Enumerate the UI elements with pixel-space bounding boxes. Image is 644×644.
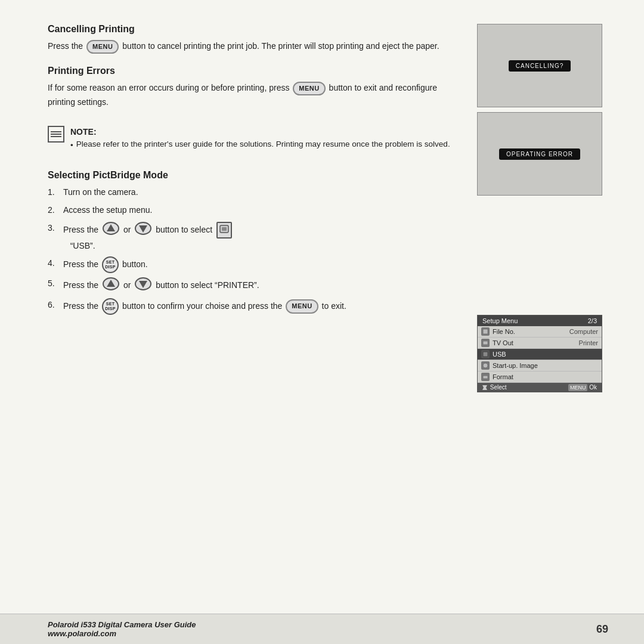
page-footer: Polaroid i533 Digital Camera User Guide … [0, 614, 644, 644]
cancelling-section: Cancelling Printing Press the MENU butto… [48, 24, 459, 54]
svg-rect-12 [483, 352, 488, 357]
bullet-dot: • [70, 140, 73, 152]
step5-or: or [123, 280, 133, 289]
footer-ok: MENU Ok [568, 384, 597, 391]
selecting-section: Selecting PictBridge Mode 1. Turn on the… [48, 170, 459, 315]
step-1-num: 1. [48, 185, 60, 200]
left-column: Cancelling Printing Press the MENU butto… [48, 24, 459, 392]
tvout-value: Printer [579, 339, 598, 346]
note-label: NOTE: [70, 126, 450, 139]
note-bullet: • Please refer to the printer's user gui… [70, 138, 450, 152]
svg-rect-10 [483, 329, 488, 334]
step-2-body: Access the setup menu. [63, 203, 459, 216]
printing-errors-title: Printing Errors [48, 66, 459, 76]
setup-menu-row-format: Format [478, 371, 602, 383]
note-text: Please refer to the printer's user guide… [76, 138, 450, 151]
format-icon [481, 373, 490, 381]
setup-menu-page: 2/3 [588, 317, 597, 324]
note-icon [48, 126, 64, 143]
step-5-num: 5. [48, 277, 60, 291]
setup-menu-row-usb: USB [478, 349, 602, 360]
up-arrow-button [102, 221, 120, 239]
step-2-num: 2. [48, 203, 60, 218]
svg-rect-11 [483, 341, 488, 345]
page-number: 69 [596, 623, 608, 636]
cancelling-screen: CANCELLING? [477, 24, 602, 107]
step-4-body: Press the SETDISP button. [63, 256, 459, 273]
fileno-icon [481, 327, 490, 336]
cancelling-body: Press the MENU button to cancel printing… [48, 39, 459, 54]
step-2: 2. Access the setup menu. [48, 203, 459, 218]
note-content: NOTE: • Please refer to the printer's us… [70, 126, 450, 153]
step-1-body: Turn on the camera. [63, 185, 459, 199]
step3-or: or [123, 225, 133, 234]
cancelling-title: Cancelling Printing [48, 24, 459, 35]
menu-button-badge: MENU [86, 40, 119, 54]
startup-icon [481, 361, 490, 370]
step-3-body: Press the or [63, 221, 459, 253]
menu-button-badge-3: MENU [286, 299, 318, 314]
note-line-3 [51, 136, 61, 137]
down-arrow-button [134, 221, 152, 239]
step-6: 6. Press the SETDISP button to confirm y… [48, 298, 459, 315]
step-3-num: 3. [48, 221, 60, 236]
cancelling-prefix: Press the [48, 41, 83, 51]
svg-point-13 [483, 363, 488, 368]
setup-menu-screen: Setup Menu 2/3 File No. Computer TV [477, 315, 602, 392]
errors-prefix: If for some reason an error occurs durin… [48, 83, 289, 92]
fileno-label: File No. [493, 328, 566, 335]
setup-menu-row-startup: Start-up. Image [478, 360, 602, 371]
page: Cancelling Printing Press the MENU butto… [0, 0, 644, 644]
setup-menu-footer: Select MENU Ok [478, 383, 602, 392]
startup-label: Start-up. Image [493, 362, 595, 369]
footer-select: Select [482, 384, 507, 391]
printing-errors-body: If for some reason an error occurs durin… [48, 81, 459, 109]
step-4: 4. Press the SETDISP button. [48, 256, 459, 273]
step-5: 5. Press the or [48, 277, 459, 295]
setup-menu-header: Setup Menu 2/3 [478, 315, 602, 326]
setup-menu-row-tvout: TV Out Printer [478, 338, 602, 349]
step-list: 1. Turn on the camera. 2. Access the set… [48, 185, 459, 315]
set-disp-button-2: SETDISP [102, 298, 119, 315]
operating-error-label: OPERATING ERROR [499, 148, 580, 160]
setup-menu-row-fileno: File No. Computer [478, 326, 602, 338]
step-3: 3. Press the or [48, 221, 459, 253]
right-column: CANCELLING? OPERATING ERROR Setup Menu 2… [477, 24, 608, 392]
set-disp-button: SETDISP [102, 256, 119, 273]
usb-icon [481, 350, 490, 358]
cancelling-suffix: button to cancel printing the print job.… [122, 41, 439, 51]
up-arrow-button-2 [102, 277, 120, 295]
printing-errors-section: Printing Errors If for some reason an er… [48, 66, 459, 109]
step-6-num: 6. [48, 298, 60, 312]
usb-label: USB [493, 351, 595, 358]
fileno-value: Computer [569, 328, 598, 335]
footer-url: www.polaroid.com [48, 629, 196, 638]
svg-rect-5 [222, 227, 227, 231]
step-5-body: Press the or [63, 277, 459, 295]
step-4-num: 4. [48, 256, 60, 271]
tvout-label: TV Out [493, 339, 576, 346]
svg-rect-14 [483, 376, 488, 379]
tvout-icon [481, 339, 490, 347]
usb-select-icon [216, 222, 232, 239]
footer-left: Polaroid i533 Digital Camera User Guide … [48, 620, 196, 638]
note-section: NOTE: • Please refer to the printer's us… [48, 121, 459, 157]
down-arrow-button-2 [134, 277, 152, 295]
step-1: 1. Turn on the camera. [48, 185, 459, 200]
menu-button-badge-2: MENU [293, 82, 325, 96]
step-6-body: Press the SETDISP button to confirm your… [63, 298, 459, 315]
operating-error-screen: OPERATING ERROR [477, 112, 602, 196]
format-label: Format [493, 373, 595, 380]
footer-title: Polaroid i533 Digital Camera User Guide [48, 620, 196, 629]
note-line-1 [51, 131, 61, 132]
selecting-title: Selecting PictBridge Mode [48, 170, 459, 181]
cancelling-screen-label: CANCELLING? [509, 60, 571, 72]
setup-menu-title: Setup Menu [482, 317, 518, 324]
note-line-2 [51, 134, 61, 135]
